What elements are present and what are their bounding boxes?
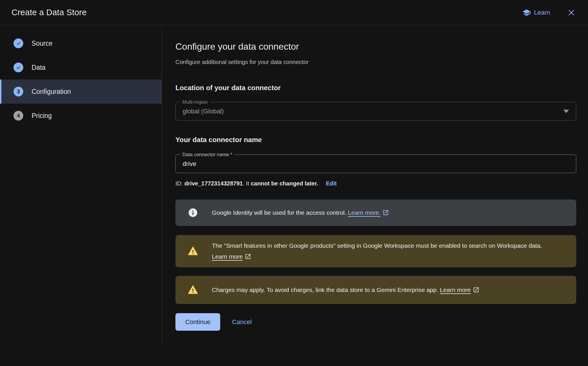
- close-icon[interactable]: [567, 8, 576, 17]
- step-complete-check-icon: [13, 38, 23, 48]
- dropdown-arrow-icon: [563, 110, 569, 113]
- dialog-body: Source Data 3 Configuration 4 Pricing Co…: [0, 25, 588, 344]
- connector-name-input[interactable]: [183, 160, 569, 168]
- page-title: Configure your data connector: [175, 40, 576, 53]
- open-in-new-icon[interactable]: [382, 208, 389, 215]
- step-label: Pricing: [32, 112, 52, 120]
- step-complete-check-icon: [13, 63, 23, 72]
- stepper-item-pricing[interactable]: 4 Pricing: [0, 104, 162, 128]
- location-section-heading: Location of your data connector: [175, 84, 576, 92]
- dialog-header: Create a Data Store Learn: [0, 0, 588, 25]
- step-label: Source: [32, 40, 53, 47]
- warning-banner-text: Charges may apply. To avoid charges, lin…: [212, 286, 438, 293]
- stepper-item-data[interactable]: Data: [0, 55, 162, 80]
- learn-label: Learn: [534, 9, 550, 16]
- info-banner-text: Google Identity will be used for the acc…: [212, 209, 346, 216]
- step-number-badge: 3: [13, 87, 23, 96]
- step-number-badge: 4: [13, 111, 23, 121]
- info-icon: [188, 208, 198, 218]
- warning-banner-text: The "Smart features in other Google prod…: [212, 242, 542, 249]
- configuration-panel: Configure your data connector Configure …: [162, 25, 588, 344]
- multi-region-value: global (Global): [183, 108, 224, 115]
- connector-name-field: Data connector name *: [175, 154, 576, 173]
- stepper-item-configuration[interactable]: 3 Configuration: [0, 80, 162, 104]
- stepper-sidebar: Source Data 3 Configuration 4 Pricing: [0, 25, 162, 344]
- multi-region-label: Multi-region: [180, 99, 210, 105]
- form-actions: Continue Cancel: [175, 313, 576, 331]
- edit-id-link[interactable]: Edit: [326, 180, 337, 187]
- charges-warning-banner: Charges may apply. To avoid charges, lin…: [175, 276, 576, 304]
- header-actions: Learn: [522, 8, 576, 17]
- warning-icon: [188, 246, 198, 256]
- cancel-button[interactable]: Cancel: [232, 318, 252, 326]
- open-in-new-icon[interactable]: [473, 286, 479, 292]
- connector-id-line: ID: drive_1772314328791. It cannot be ch…: [175, 180, 576, 187]
- learn-more-link[interactable]: Learn more.: [348, 209, 380, 216]
- page-subtitle: Configure additional settings for your d…: [175, 58, 576, 66]
- open-in-new-icon[interactable]: [245, 252, 251, 259]
- stepper-item-source[interactable]: Source: [0, 31, 162, 55]
- learn-more-link[interactable]: Learn more: [440, 286, 471, 293]
- multi-region-select[interactable]: Multi-region global (Global): [175, 102, 576, 121]
- continue-button[interactable]: Continue: [175, 313, 220, 331]
- connector-name-label: Data connector name *: [180, 152, 234, 157]
- learn-more-link[interactable]: Learn more: [212, 253, 243, 260]
- step-label: Data: [32, 64, 46, 71]
- identity-info-banner: Google Identity will be used for the acc…: [175, 200, 576, 226]
- learn-button[interactable]: Learn: [522, 8, 550, 17]
- graduation-cap-icon: [522, 8, 531, 17]
- dialog-title: Create a Data Store: [11, 8, 87, 17]
- connector-id: drive_1772314328791: [184, 180, 243, 187]
- id-prefix: ID:: [175, 180, 184, 187]
- workspace-warning-banner: The "Smart features in other Google prod…: [175, 235, 576, 267]
- step-label: Configuration: [32, 88, 71, 96]
- name-section-heading: Your data connector name: [175, 135, 576, 144]
- warning-icon: [188, 285, 198, 295]
